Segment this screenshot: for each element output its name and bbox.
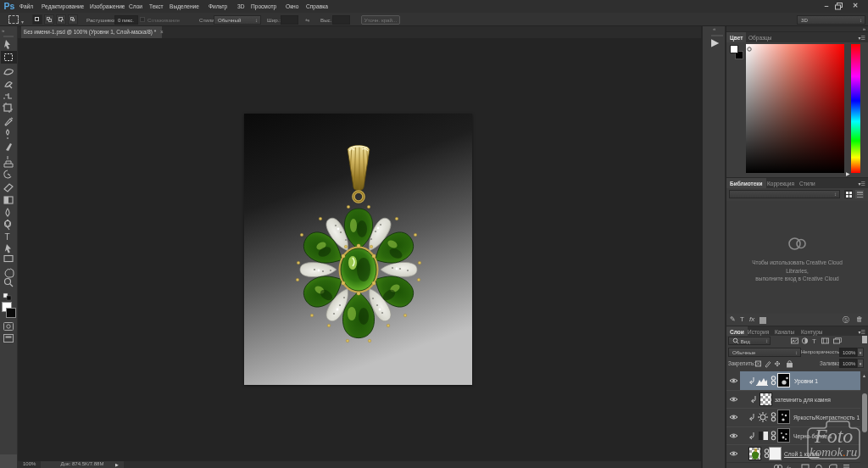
svg-text:T: T bbox=[812, 337, 816, 345]
svg-text:fx: fx bbox=[787, 465, 792, 468]
svg-text:Foto: Foto bbox=[814, 425, 853, 447]
svg-text:komok.ru: komok.ru bbox=[810, 445, 857, 459]
svg-text:T: T bbox=[5, 232, 10, 242]
svg-text:»: » bbox=[2, 28, 5, 33]
